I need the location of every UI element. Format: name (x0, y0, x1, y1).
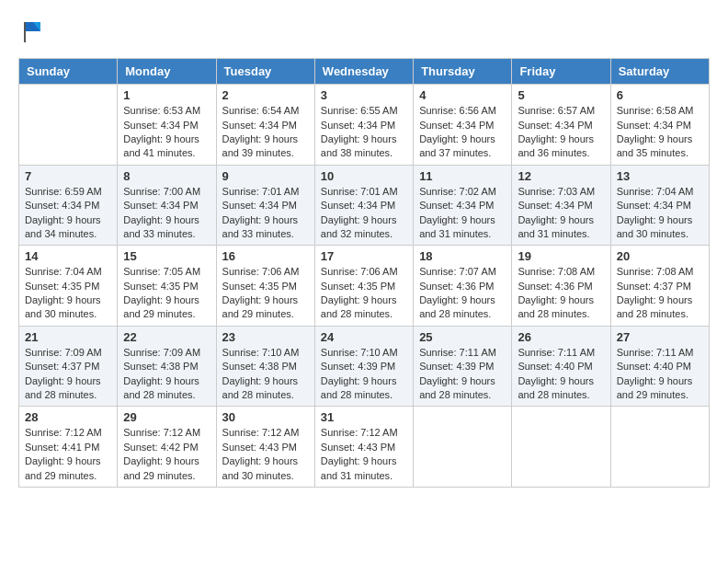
page-header (18, 18, 710, 49)
day-info: Sunrise: 6:55 AM Sunset: 4:34 PM Dayligh… (321, 104, 407, 161)
daylight-text: Daylight: 9 hours and 41 minutes. (123, 133, 199, 158)
daylight-text: Daylight: 9 hours and 29 minutes. (123, 455, 199, 480)
daylight-text: Daylight: 9 hours and 29 minutes. (25, 455, 101, 480)
calendar-cell: 4 Sunrise: 6:56 AM Sunset: 4:34 PM Dayli… (414, 85, 512, 166)
daylight-text: Daylight: 9 hours and 38 minutes. (321, 133, 397, 158)
day-number: 3 (321, 88, 407, 102)
day-info: Sunrise: 7:11 AM Sunset: 4:40 PM Dayligh… (617, 346, 703, 403)
day-number: 20 (617, 249, 703, 263)
day-number: 23 (222, 330, 309, 344)
logo-flag-icon (20, 18, 46, 44)
sunset-text: Sunset: 4:34 PM (518, 120, 592, 131)
logo (18, 18, 46, 49)
sunset-text: Sunset: 4:34 PM (222, 120, 297, 131)
day-info: Sunrise: 7:12 AM Sunset: 4:43 PM Dayligh… (222, 426, 309, 483)
sunrise-text: Sunrise: 7:04 AM (617, 186, 694, 197)
calendar-cell: 5 Sunrise: 6:57 AM Sunset: 4:34 PM Dayli… (512, 85, 610, 166)
daylight-text: Daylight: 9 hours and 29 minutes. (222, 294, 299, 319)
calendar-cell: 31 Sunrise: 7:12 AM Sunset: 4:43 PM Dayl… (314, 407, 413, 488)
calendar-table: SundayMondayTuesdayWednesdayThursdayFrid… (18, 58, 710, 488)
week-row-5: 28 Sunrise: 7:12 AM Sunset: 4:41 PM Dayl… (19, 407, 710, 488)
sunset-text: Sunset: 4:39 PM (419, 361, 494, 372)
calendar-cell (414, 407, 512, 488)
day-number: 16 (222, 249, 309, 263)
daylight-text: Daylight: 9 hours and 33 minutes. (123, 214, 199, 239)
day-number: 24 (321, 330, 407, 344)
day-info: Sunrise: 6:57 AM Sunset: 4:34 PM Dayligh… (518, 104, 604, 161)
daylight-text: Daylight: 9 hours and 28 minutes. (419, 375, 495, 400)
day-number: 9 (222, 169, 309, 183)
sunrise-text: Sunrise: 7:03 AM (518, 186, 595, 197)
daylight-text: Daylight: 9 hours and 39 minutes. (222, 133, 299, 158)
calendar-cell: 10 Sunrise: 7:01 AM Sunset: 4:34 PM Dayl… (314, 165, 413, 246)
calendar-cell: 8 Sunrise: 7:00 AM Sunset: 4:34 PM Dayli… (118, 165, 216, 246)
day-number: 1 (123, 88, 210, 102)
daylight-text: Daylight: 9 hours and 28 minutes. (321, 294, 397, 319)
sunrise-text: Sunrise: 7:12 AM (222, 427, 300, 438)
daylight-text: Daylight: 9 hours and 29 minutes. (617, 375, 693, 400)
calendar-cell: 2 Sunrise: 6:54 AM Sunset: 4:34 PM Dayli… (216, 85, 314, 166)
daylight-text: Daylight: 9 hours and 30 minutes. (617, 214, 693, 239)
calendar-cell (610, 407, 709, 488)
sunset-text: Sunset: 4:34 PM (617, 120, 691, 131)
weekday-header-sunday: Sunday (19, 59, 118, 85)
day-number: 10 (321, 169, 407, 183)
calendar-cell: 19 Sunrise: 7:08 AM Sunset: 4:36 PM Dayl… (512, 246, 610, 327)
daylight-text: Daylight: 9 hours and 30 minutes. (222, 455, 299, 480)
daylight-text: Daylight: 9 hours and 28 minutes. (518, 294, 594, 319)
sunrise-text: Sunrise: 7:05 AM (123, 266, 200, 277)
calendar-cell: 27 Sunrise: 7:11 AM Sunset: 4:40 PM Dayl… (610, 326, 709, 407)
sunrise-text: Sunrise: 6:53 AM (123, 105, 200, 116)
day-info: Sunrise: 7:04 AM Sunset: 4:35 PM Dayligh… (25, 265, 111, 322)
sunset-text: Sunset: 4:34 PM (321, 200, 395, 211)
calendar-cell: 18 Sunrise: 7:07 AM Sunset: 4:36 PM Dayl… (414, 246, 512, 327)
day-number: 11 (419, 169, 506, 183)
sunset-text: Sunset: 4:34 PM (123, 120, 198, 131)
sunrise-text: Sunrise: 7:12 AM (321, 427, 398, 438)
daylight-text: Daylight: 9 hours and 31 minutes. (518, 214, 594, 239)
calendar-cell: 1 Sunrise: 6:53 AM Sunset: 4:34 PM Dayli… (118, 85, 216, 166)
weekday-header-wednesday: Wednesday (314, 59, 413, 85)
day-info: Sunrise: 7:12 AM Sunset: 4:43 PM Dayligh… (321, 426, 407, 483)
day-number: 18 (419, 249, 506, 263)
sunset-text: Sunset: 4:34 PM (222, 200, 297, 211)
daylight-text: Daylight: 9 hours and 28 minutes. (123, 375, 199, 400)
sunset-text: Sunset: 4:35 PM (321, 281, 395, 292)
sunrise-text: Sunrise: 7:08 AM (518, 266, 595, 277)
sunrise-text: Sunrise: 7:10 AM (321, 347, 398, 358)
weekday-header-friday: Friday (512, 59, 610, 85)
sunset-text: Sunset: 4:35 PM (222, 281, 297, 292)
sunrise-text: Sunrise: 6:58 AM (617, 105, 694, 116)
sunrise-text: Sunrise: 7:11 AM (419, 347, 496, 358)
sunset-text: Sunset: 4:38 PM (123, 361, 198, 372)
sunrise-text: Sunrise: 7:09 AM (25, 347, 102, 358)
day-info: Sunrise: 7:11 AM Sunset: 4:39 PM Dayligh… (419, 346, 506, 403)
sunrise-text: Sunrise: 7:10 AM (222, 347, 300, 358)
day-number: 25 (419, 330, 506, 344)
week-row-4: 21 Sunrise: 7:09 AM Sunset: 4:37 PM Dayl… (19, 326, 710, 407)
sunrise-text: Sunrise: 6:54 AM (222, 105, 300, 116)
daylight-text: Daylight: 9 hours and 28 minutes. (617, 294, 693, 319)
weekday-header-thursday: Thursday (414, 59, 512, 85)
day-number: 19 (518, 249, 604, 263)
sunrise-text: Sunrise: 7:06 AM (222, 266, 300, 277)
week-row-2: 7 Sunrise: 6:59 AM Sunset: 4:34 PM Dayli… (19, 165, 710, 246)
sunset-text: Sunset: 4:39 PM (321, 361, 395, 372)
sunrise-text: Sunrise: 7:11 AM (617, 347, 694, 358)
calendar-cell: 9 Sunrise: 7:01 AM Sunset: 4:34 PM Dayli… (216, 165, 314, 246)
calendar-cell: 20 Sunrise: 7:08 AM Sunset: 4:37 PM Dayl… (610, 246, 709, 327)
sunset-text: Sunset: 4:34 PM (25, 200, 99, 211)
day-number: 22 (123, 330, 210, 344)
daylight-text: Daylight: 9 hours and 31 minutes. (321, 455, 397, 480)
day-number: 13 (617, 169, 703, 183)
daylight-text: Daylight: 9 hours and 28 minutes. (321, 375, 397, 400)
day-info: Sunrise: 7:06 AM Sunset: 4:35 PM Dayligh… (321, 265, 407, 322)
day-info: Sunrise: 7:08 AM Sunset: 4:36 PM Dayligh… (518, 265, 604, 322)
day-number: 27 (617, 330, 703, 344)
day-number: 14 (25, 249, 111, 263)
daylight-text: Daylight: 9 hours and 33 minutes. (222, 214, 299, 239)
sunrise-text: Sunrise: 7:12 AM (25, 427, 102, 438)
calendar-cell: 13 Sunrise: 7:04 AM Sunset: 4:34 PM Dayl… (610, 165, 709, 246)
day-number: 30 (222, 410, 309, 424)
sunrise-text: Sunrise: 6:57 AM (518, 105, 595, 116)
